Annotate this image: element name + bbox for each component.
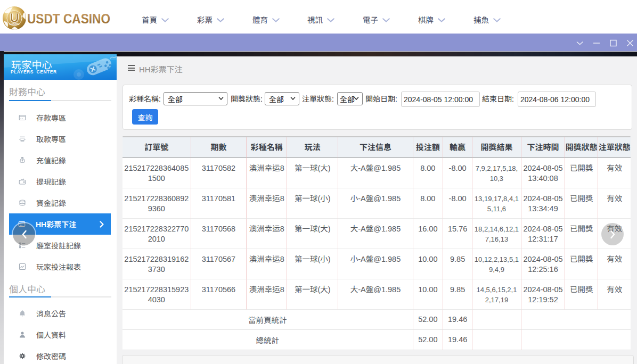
svg-text:CASINO: CASINO [9,22,20,26]
svg-text:USDT CASINO: USDT CASINO [27,11,110,26]
